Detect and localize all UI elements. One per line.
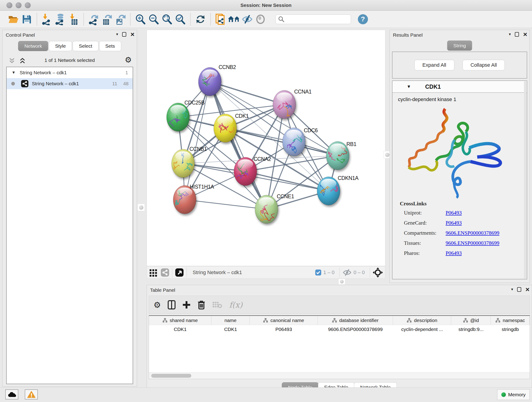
zoom-out-button[interactable] bbox=[147, 12, 160, 26]
column-header[interactable]: shared name bbox=[149, 316, 211, 325]
table-options-gear-icon[interactable]: ⚙ bbox=[153, 300, 161, 310]
zoom-in-icon bbox=[135, 13, 146, 25]
selected-checkbox-icon[interactable] bbox=[315, 269, 322, 276]
search-field[interactable] bbox=[275, 14, 351, 24]
table-cell[interactable]: 9606.ENSP00000378699 bbox=[318, 325, 393, 334]
delete-column-icon[interactable] bbox=[197, 300, 205, 309]
column-header[interactable]: database identifier bbox=[318, 316, 393, 325]
tab-network[interactable]: Network bbox=[18, 41, 48, 51]
node-label-CCNA2: CCNA2 bbox=[254, 156, 271, 162]
export-network-button[interactable] bbox=[87, 12, 100, 26]
save-session-button[interactable] bbox=[20, 12, 33, 26]
warning-status-button[interactable] bbox=[25, 389, 38, 400]
column-header[interactable]: name bbox=[211, 316, 250, 325]
birds-eye-view-icon[interactable] bbox=[373, 268, 383, 278]
float-panel-icon[interactable] bbox=[517, 287, 521, 292]
tab-sets[interactable]: Sets bbox=[99, 41, 121, 51]
network-node-CCNB1[interactable]: CCNB1 bbox=[172, 146, 207, 178]
network-node-CDK1[interactable]: CDK1 bbox=[214, 113, 249, 142]
table-cell[interactable]: cyclin-dependent ... bbox=[393, 325, 451, 334]
network-options-gear-icon[interactable]: ⚙ bbox=[125, 55, 132, 64]
export-table-icon bbox=[101, 13, 113, 25]
hide-unhide-button[interactable] bbox=[241, 12, 254, 26]
network-share-gray-icon[interactable] bbox=[161, 268, 169, 277]
protein-structure-image bbox=[402, 104, 509, 201]
memory-button[interactable]: Memory bbox=[497, 389, 530, 400]
tab-style[interactable]: Style bbox=[49, 41, 72, 51]
highlight-button[interactable] bbox=[254, 12, 267, 26]
float-panel-icon[interactable] bbox=[122, 32, 126, 37]
network-node-CCNB2[interactable]: CCNB2 bbox=[198, 64, 236, 96]
node-label-CCNA1: CCNA1 bbox=[294, 89, 311, 95]
collapse-panel-icon[interactable]: ▾ bbox=[116, 32, 118, 37]
column-header[interactable]: description bbox=[393, 316, 451, 325]
show-all-views-button[interactable] bbox=[227, 12, 241, 26]
crosslink-link[interactable]: P06493 bbox=[446, 220, 462, 226]
show-columns-icon[interactable] bbox=[168, 300, 176, 309]
tree-expander-icon[interactable]: ▼ bbox=[12, 70, 16, 75]
table-cell[interactable]: CDK1 bbox=[211, 325, 250, 334]
import-network-file-button[interactable] bbox=[40, 12, 54, 26]
collapse-panel-icon[interactable]: ▾ bbox=[511, 287, 513, 292]
column-header[interactable]: namespac bbox=[491, 316, 530, 325]
tab-select[interactable]: Select bbox=[73, 41, 98, 51]
results-scrollbar[interactable] bbox=[524, 81, 526, 279]
network-node-RB1[interactable]: RB1 bbox=[326, 141, 356, 170]
create-column-icon[interactable] bbox=[182, 301, 191, 309]
zoom-in-button[interactable] bbox=[134, 12, 147, 26]
crosslink-link[interactable]: P06493 bbox=[446, 210, 462, 216]
crosslink-link[interactable]: P06493 bbox=[446, 250, 462, 256]
close-panel-icon[interactable]: × bbox=[525, 287, 530, 292]
network-view-canvas[interactable]: CCNB2CCNA1CDC25BCDK1CDC6RB1CCNB1CCNA2CDK… bbox=[147, 30, 385, 266]
network-edge[interactable] bbox=[185, 200, 266, 209]
crosslink-link[interactable]: 9606.ENSP00000378699 bbox=[446, 230, 500, 236]
crosslink-link[interactable]: 9606.ENSP00000378699 bbox=[446, 240, 500, 246]
close-panel-icon[interactable]: × bbox=[523, 32, 527, 37]
help-button[interactable]: ? bbox=[357, 14, 368, 25]
grid-view-icon[interactable] bbox=[149, 268, 157, 277]
open-in-window-icon[interactable] bbox=[175, 268, 184, 277]
zoom-fit-button[interactable] bbox=[160, 12, 174, 26]
gene-entry-header[interactable]: ▼ CDK1 bbox=[393, 81, 527, 93]
collapse-panel-icon[interactable]: ▾ bbox=[509, 32, 511, 37]
network-node-CCNA2[interactable]: CCNA2 bbox=[234, 156, 271, 186]
node-table[interactable]: shared namenamecanonical namedatabase id… bbox=[149, 315, 530, 379]
column-header[interactable]: canonical name bbox=[250, 316, 318, 325]
close-panel-icon[interactable]: × bbox=[130, 32, 134, 37]
network-collection-row[interactable]: ▼ String Network – cdk1 1 bbox=[7, 67, 133, 78]
network-node-HIST1H1A[interactable]: HIST1H1A bbox=[173, 184, 214, 214]
float-panel-icon[interactable] bbox=[515, 32, 519, 37]
refresh-button[interactable] bbox=[194, 12, 207, 26]
table-cell[interactable]: CDK1 bbox=[149, 325, 211, 334]
left-splitter-handle[interactable] bbox=[138, 204, 145, 211]
network-row[interactable]: String Network – cdk1 11 48 bbox=[7, 78, 133, 89]
bottom-splitter-handle[interactable] bbox=[338, 279, 345, 285]
network-node-CDC6[interactable]: CDC6 bbox=[283, 128, 318, 156]
table-row[interactable]: CDK1CDK1P064939606.ENSP00000378699cyclin… bbox=[149, 325, 530, 334]
import-table-button[interactable] bbox=[67, 12, 80, 26]
scrollbar-thumb[interactable] bbox=[151, 374, 191, 378]
column-header[interactable]: @id bbox=[451, 316, 491, 325]
network-node-CCNE1[interactable]: CCNE1 bbox=[255, 193, 294, 223]
open-session-button[interactable] bbox=[7, 12, 20, 26]
import-network-database-button[interactable] bbox=[54, 12, 67, 26]
cloud-status-button[interactable] bbox=[5, 389, 18, 400]
table-cell[interactable]: P06493 bbox=[250, 325, 318, 334]
network-node-CDKN1A[interactable]: CDKN1A bbox=[317, 175, 359, 205]
network-edge[interactable] bbox=[245, 172, 329, 191]
tab-string[interactable]: String bbox=[447, 41, 472, 51]
expand-all-button[interactable]: Expand All bbox=[414, 60, 454, 70]
table-cell[interactable]: stringdb:9... bbox=[451, 325, 491, 334]
annotation-share-button[interactable] bbox=[214, 12, 227, 26]
network-edge[interactable] bbox=[210, 82, 266, 209]
entry-expander-icon[interactable]: ▼ bbox=[407, 84, 411, 89]
export-table-button[interactable] bbox=[100, 12, 114, 26]
zoom-selected-button[interactable] bbox=[174, 12, 187, 26]
network-node-CCNA1[interactable]: CCNA1 bbox=[273, 89, 311, 119]
network-edge[interactable] bbox=[185, 82, 210, 200]
export-image-button[interactable] bbox=[114, 12, 127, 26]
search-input[interactable] bbox=[285, 17, 347, 22]
table-cell[interactable]: stringdb bbox=[491, 325, 530, 334]
table-horizontal-scrollbar[interactable] bbox=[149, 372, 530, 379]
collapse-all-button[interactable]: Collapse All bbox=[462, 60, 505, 70]
